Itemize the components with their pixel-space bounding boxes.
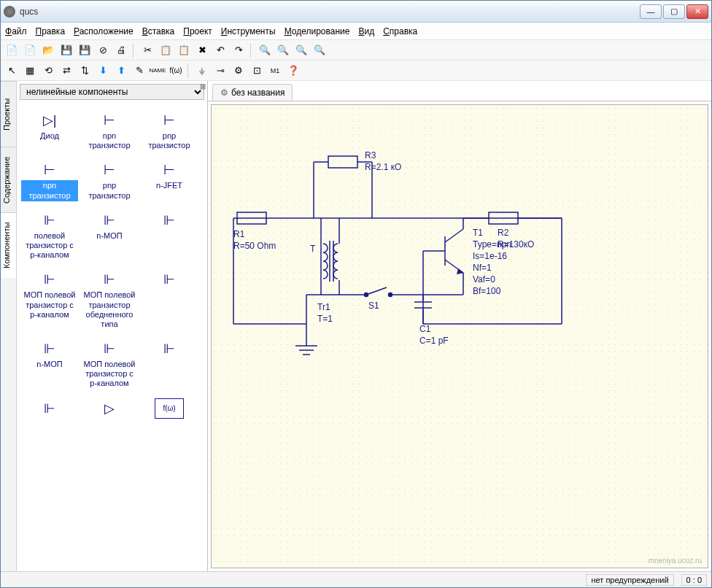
menubar: Файл Правка Расположение Вставка Проект … <box>1 23 711 40</box>
rotate-icon[interactable]: ⟲ <box>40 63 56 79</box>
watermark: mneniya.ucoz.ru <box>649 557 702 565</box>
comp-njfet[interactable]: ⊢n-JFET <box>139 157 199 204</box>
ground-icon[interactable]: ⏚ <box>194 63 210 79</box>
close-button[interactable]: ✕ <box>686 4 708 19</box>
status-warnings: нет предупреждений <box>586 574 673 586</box>
statusbar: нет предупреждений 0 : 0 <box>1 571 711 587</box>
zoom-fit-icon[interactable]: 🔍 <box>293 42 309 58</box>
paste-icon[interactable]: 📋 <box>176 42 192 58</box>
port-icon[interactable]: ⊸ <box>212 63 228 79</box>
lbl-tr1-name: Tr1 <box>317 302 330 312</box>
zoom-out-icon[interactable]: 🔍 <box>275 42 291 58</box>
panel-close-icon[interactable]: ⊠ <box>200 82 206 90</box>
arrow-up-icon[interactable]: ⬆ <box>113 63 129 79</box>
comp-diode[interactable]: ▷|Диод <box>20 107 80 154</box>
comp-pnp[interactable]: ⊢pnp транзистор <box>139 107 199 154</box>
maximize-button[interactable]: ▢ <box>663 4 685 19</box>
copy-icon[interactable]: 📋 <box>158 42 174 58</box>
name-icon[interactable]: NAME <box>150 63 166 79</box>
window-title: qucs <box>20 7 640 17</box>
titlebar: qucs — ▢ ✕ <box>1 1 711 23</box>
comp-x4[interactable]: ⊩ <box>20 395 80 423</box>
svg-line-23 <box>366 287 387 295</box>
lbl-r1-val: R=50 Ohm <box>233 241 276 251</box>
content: Проекты Содержание Компоненты ⊠ нелинейн… <box>1 81 711 571</box>
side-tabs: Проекты Содержание Компоненты <box>1 81 17 571</box>
menu-project[interactable]: Проект <box>183 26 212 36</box>
marker-icon[interactable]: M1 <box>267 63 283 79</box>
equation-icon[interactable]: f(ω) <box>168 63 184 79</box>
menu-insert[interactable]: Вставка <box>142 26 175 36</box>
print-icon[interactable]: 🖨 <box>113 42 129 58</box>
zoom-1-icon[interactable]: 🔍 <box>312 42 328 58</box>
comp-eq[interactable]: f(ω) <box>139 395 199 423</box>
open-icon[interactable]: 📂 <box>40 42 56 58</box>
lbl-c1-name: C1 <box>419 324 430 334</box>
status-coords: 0 : 0 <box>681 574 707 586</box>
lbl-s1: S1 <box>368 301 379 311</box>
tab-contents[interactable]: Содержание <box>1 147 16 212</box>
grid-icon[interactable]: ▦ <box>22 63 38 79</box>
pencil-icon[interactable]: ✎ <box>131 63 147 79</box>
simulate-icon[interactable]: ⚙ <box>231 63 247 79</box>
lbl-r1-name: R1 <box>233 229 244 239</box>
help-icon[interactable]: ❓ <box>285 63 301 79</box>
gear-icon: ⚙ <box>220 88 228 98</box>
comp-pnp2[interactable]: ⊢pnp транзистор <box>80 157 139 204</box>
comp-x1[interactable]: ⊩ <box>139 207 199 264</box>
menu-edit[interactable]: Правка <box>36 26 66 36</box>
comp-depmosfet[interactable]: ⊩МОП полевой транзистор обедненного типа <box>80 266 139 333</box>
lbl-tr1-val: T=1 <box>317 314 333 324</box>
menu-help[interactable]: Справка <box>383 26 417 36</box>
schematic-canvas[interactable]: R3 R=2.1 кО R1 R=50 Ohm T Tr1 T=1 S1 C1 … <box>211 104 708 568</box>
comp-nmos2[interactable]: ⊩n-МОП <box>20 336 80 392</box>
zoom-in-icon[interactable]: 🔍 <box>257 42 273 58</box>
comp-x2[interactable]: ⊩ <box>139 266 199 333</box>
app-icon <box>4 6 15 18</box>
canvas-area: ⚙ без названия <box>208 81 711 571</box>
dc-icon[interactable]: ⊡ <box>249 63 265 79</box>
schematic-svg <box>212 105 708 470</box>
mirror-y-icon[interactable]: ⇅ <box>77 63 93 79</box>
lbl-t1-name: T1 <box>473 228 483 238</box>
menu-simulation[interactable]: Моделирование <box>285 26 350 36</box>
menu-file[interactable]: Файл <box>5 26 27 36</box>
comp-opamp[interactable]: ▷ <box>80 395 139 423</box>
close-doc-icon[interactable]: ⊘ <box>95 42 111 58</box>
delete-icon[interactable]: ✖ <box>194 42 210 58</box>
doc-tab-untitled[interactable]: ⚙ без названия <box>212 84 293 101</box>
save-all-icon[interactable]: 💾 <box>77 42 93 58</box>
lbl-r2-val: R=130кО <box>498 239 534 249</box>
tab-projects[interactable]: Проекты <box>1 81 16 147</box>
comp-pmosfet[interactable]: ⊩МОП полевой транзистор с p-каналом <box>20 266 80 333</box>
comp-x3[interactable]: ⊩ <box>139 336 199 392</box>
comp-npn-sel[interactable]: ⊢npn транзистор <box>20 157 80 204</box>
save-icon[interactable]: 💾 <box>58 42 74 58</box>
comp-pfet[interactable]: ⊩полевой транзистор с p-каналом <box>20 207 80 264</box>
lbl-c1-val: C=1 pF <box>419 336 449 346</box>
redo-icon[interactable]: ↷ <box>231 42 247 58</box>
tab-components[interactable]: Компоненты <box>1 212 16 278</box>
app-window: qucs — ▢ ✕ Файл Правка Расположение Вста… <box>0 0 712 588</box>
select-icon[interactable]: ↖ <box>4 63 20 79</box>
new-icon[interactable]: 📄 <box>4 42 20 58</box>
component-grid: ▷|Диод ⊢npn транзистор ⊢pnp транзистор ⊢… <box>17 103 207 571</box>
mirror-x-icon[interactable]: ⇄ <box>58 63 74 79</box>
cut-icon[interactable]: ✂ <box>139 42 155 58</box>
menu-tools[interactable]: Инструменты <box>221 26 276 36</box>
svg-rect-0 <box>328 156 357 168</box>
lbl-r2-name: R2 <box>498 228 508 238</box>
svg-line-33 <box>445 229 463 242</box>
lbl-r3-val: R=2.1 кО <box>365 162 401 172</box>
undo-icon[interactable]: ↶ <box>212 42 228 58</box>
new-doc-icon[interactable]: 📄 <box>22 42 38 58</box>
comp-nmos[interactable]: ⊩n-МОП <box>80 207 139 264</box>
lbl-t1-p4: Vaf=0 <box>473 274 495 285</box>
menu-layout[interactable]: Расположение <box>74 26 134 36</box>
arrow-down-icon[interactable]: ⬇ <box>95 63 111 79</box>
comp-npn[interactable]: ⊢npn транзистор <box>80 107 139 154</box>
category-select[interactable]: нелинейные компоненты <box>20 84 204 100</box>
comp-pmosfet2[interactable]: ⊩МОП полевой транзистор с p-каналом <box>80 336 139 392</box>
minimize-button[interactable]: — <box>640 4 662 19</box>
menu-view[interactable]: Вид <box>358 26 374 36</box>
